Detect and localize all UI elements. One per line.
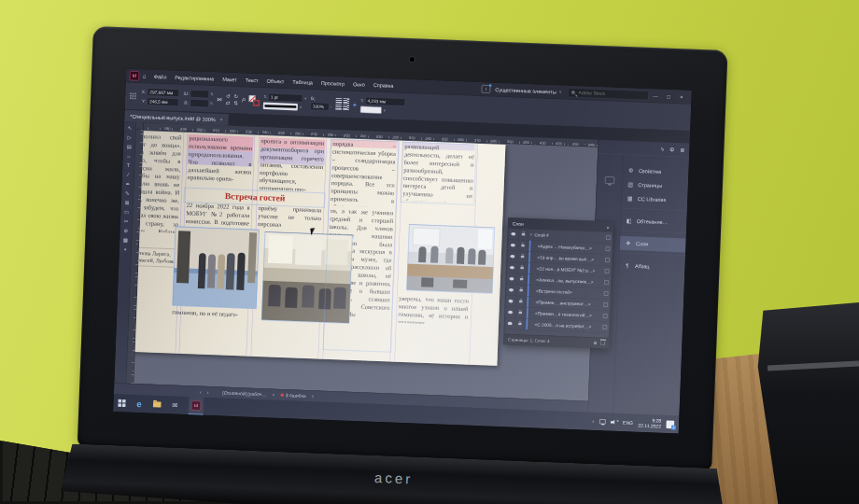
menu-item[interactable]: Справка [369, 82, 398, 89]
stepper-icon[interactable]: ⇅ [210, 92, 214, 97]
notification-icon[interactable]: 4 [666, 420, 674, 428]
start-button[interactable] [118, 399, 125, 407]
new-layer-button[interactable]: ⊞ [594, 341, 598, 345]
y-field[interactable]: 246,5 мм [147, 97, 178, 106]
type-tool-icon[interactable]: T [127, 162, 131, 168]
visibility-eye-icon[interactable] [508, 244, 518, 247]
lock-icon[interactable] [517, 262, 527, 273]
dock-item-paragraph[interactable]: ¶Абзац [619, 259, 685, 275]
lock-icon[interactable] [514, 318, 524, 329]
gap-field[interactable]: 4,233 мм [365, 97, 405, 106]
article-column-3-top[interactable]: проекта о оптимизации документооборота п… [259, 137, 324, 192]
preflight-profile[interactable]: [Основной] [рабоч… [222, 390, 266, 397]
file-explorer-icon[interactable] [153, 401, 162, 407]
effects-fx-icon[interactable]: fx, [311, 96, 316, 101]
rectangle-tool-icon[interactable]: ▭ [124, 209, 129, 215]
menu-item[interactable]: Макет [218, 76, 242, 82]
selection-square[interactable] [603, 302, 608, 307]
flip-horizontal-icon[interactable]: ⇄ [226, 101, 231, 106]
article-column-2-body[interactable]: 22 ноября 2022 года в МОБУГ №2 работала … [186, 202, 250, 229]
pen-tool-icon[interactable]: ✒ [125, 181, 130, 187]
dock-item-text-wrap[interactable]: ◧Обтекание… [621, 214, 687, 231]
menu-item[interactable]: Текст [241, 77, 262, 83]
stepper-icon[interactable]: ⇅ [210, 102, 214, 106]
selection-square[interactable] [605, 269, 610, 273]
visibility-eye-icon[interactable] [505, 311, 515, 315]
publish-online-icon[interactable] [605, 176, 614, 184]
hidden-icons-chevron[interactable]: ∧ [592, 419, 595, 424]
selection-tool-icon[interactable]: ↖ [128, 125, 133, 131]
constrain-link-icon[interactable]: ⋈ [217, 97, 222, 103]
color-swatch-select[interactable] [360, 106, 382, 114]
menu-item[interactable]: Файл [149, 74, 171, 80]
maximize-button[interactable]: □ [662, 91, 674, 101]
visibility-eye-icon[interactable] [505, 300, 515, 303]
lock-icon[interactable] [517, 251, 527, 262]
stepper-icon[interactable]: ⇅ [360, 99, 364, 104]
selection-square[interactable] [605, 258, 610, 262]
search-box[interactable] [568, 88, 648, 100]
menu-item[interactable]: Окно [348, 81, 369, 88]
tab-close-icon[interactable]: × [220, 117, 223, 122]
expand-caret-icon[interactable]: ∨ [529, 232, 532, 237]
selection-square[interactable] [606, 235, 611, 240]
text-frame[interactable] [401, 142, 476, 205]
gear-icon[interactable]: ⚙ [669, 147, 675, 153]
selection-square[interactable] [606, 246, 611, 251]
text-frame[interactable] [323, 139, 400, 353]
article-column-2-top[interactable]: рационального использования времени прир… [187, 134, 252, 189]
indesign-taskbar-icon[interactable]: Id [189, 397, 204, 415]
photo-school-hallway[interactable] [173, 227, 260, 309]
flip-vertical-icon[interactable]: ⇅ [233, 101, 238, 106]
menu-item[interactable]: Редактирование [171, 74, 218, 81]
lock-icon[interactable] [515, 296, 525, 307]
stepper-icon[interactable]: ⇅ [263, 95, 267, 100]
search-input[interactable] [578, 90, 633, 98]
clock[interactable]: 9:28 22.11.2022 [638, 417, 661, 429]
photo-caption[interactable]: гимназии, но и её педаго- [172, 308, 256, 318]
live-corner-icon[interactable]: + [353, 101, 357, 108]
visibility-eye-icon[interactable] [507, 255, 517, 259]
workspace-switcher[interactable]: Существенные элементы ∨ [495, 87, 561, 95]
selection-square[interactable] [604, 280, 609, 285]
x-field[interactable]: 297,667 мм [148, 88, 179, 97]
align-left-icon[interactable] [335, 98, 342, 104]
stroke-style-select[interactable] [263, 103, 298, 111]
page-tool-icon[interactable]: ▤ [127, 144, 132, 149]
line-tool-icon[interactable]: ∕ [128, 173, 129, 178]
dock-item-layers[interactable]: ❖Слои [620, 236, 686, 253]
minimize-button[interactable]: — [649, 91, 661, 101]
free-transform-tool-icon[interactable]: ⊕ [123, 228, 128, 233]
article-column-3-body[interactable]: приёму принимали участие не только персо… [258, 204, 322, 231]
photo-meeting-room[interactable] [406, 224, 495, 293]
network-icon[interactable] [599, 419, 606, 424]
visibility-eye-icon[interactable] [506, 277, 516, 281]
newspaper-page[interactable]: выполнил свой долг до конца». Мы живём д… [134, 131, 505, 366]
lock-icon[interactable] [518, 240, 528, 251]
preflight-errors[interactable]: 3 ошибки [280, 392, 305, 399]
selection-square[interactable] [604, 291, 609, 296]
share-icon[interactable]: ↑ [482, 85, 491, 93]
lock-icon[interactable] [518, 229, 528, 240]
menu-item[interactable]: Объект [262, 77, 289, 84]
names-caption[interactable]: жунова Лариса, Алексей, Любовь [134, 247, 178, 268]
height-field[interactable] [190, 99, 208, 107]
menu-item[interactable]: Просмотр [317, 79, 348, 86]
lock-icon[interactable] [516, 273, 526, 285]
panel-menu-icon[interactable]: ≣ [680, 147, 684, 153]
visibility-eye-icon[interactable] [507, 266, 517, 270]
panel-collapse-icon[interactable]: » [607, 225, 610, 231]
selection-square[interactable] [602, 325, 607, 329]
fill-stroke-swatches[interactable] [249, 95, 261, 106]
visibility-eye-icon[interactable] [506, 288, 516, 292]
edge-browser-icon[interactable]: e [136, 399, 142, 409]
volume-muted-icon[interactable]: × [611, 419, 618, 425]
scissors-tool-icon[interactable]: ✂ [124, 218, 129, 224]
menu-item[interactable]: Таблица [289, 78, 317, 85]
align-right-icon[interactable] [335, 105, 342, 110]
direct-selection-tool-icon[interactable]: ▷ [127, 134, 131, 140]
width-field[interactable] [190, 90, 209, 98]
rectangle-frame-tool-icon[interactable]: ⊠ [125, 200, 130, 205]
delete-layer-button[interactable] [600, 341, 605, 345]
gap-tool-icon[interactable]: ⇔ [126, 153, 132, 159]
